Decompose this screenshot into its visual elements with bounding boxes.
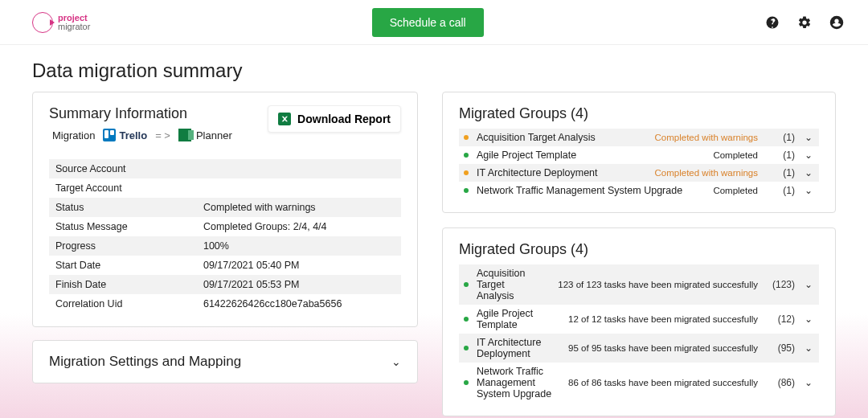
summary-row: Source Account	[49, 159, 401, 178]
summary-key: Start Date	[49, 256, 197, 275]
target-app-label: Planner	[196, 129, 232, 141]
gear-icon[interactable]	[797, 15, 812, 30]
summary-row: Finish Date09/17/2021 05:53 PM	[49, 275, 401, 294]
status-dot-icon	[464, 346, 469, 350]
group-row[interactable]: Agile Project Template12 of 12 tasks hav…	[459, 305, 819, 334]
download-report-label: Download Report	[297, 113, 391, 125]
page-body: Data migration summary Summary Informati…	[0, 45, 868, 416]
group-row[interactable]: Agile Project TemplateCompleted(1)⌄	[459, 146, 819, 164]
brand-logo-icon	[32, 12, 53, 33]
brand-line-2: migrator	[58, 23, 90, 31]
settings-panel[interactable]: Migration Settings and Mapping ⌄	[32, 340, 418, 383]
group-name: Agile Project Template	[477, 150, 698, 161]
target-app-badge: Planner	[178, 129, 232, 141]
brand-line-1: project	[58, 14, 90, 23]
status-dot-icon	[464, 188, 469, 193]
source-app-label: Trello	[119, 129, 147, 141]
status-dot-icon	[464, 135, 469, 140]
chevron-down-icon[interactable]: ⌄	[803, 150, 814, 161]
group-count: (86)	[766, 377, 795, 388]
chevron-down-icon[interactable]: ⌄	[803, 377, 814, 388]
group-status: 86 of 86 tasks have been migrated succes…	[568, 378, 758, 387]
settings-title: Migration Settings and Mapping	[49, 354, 241, 370]
summary-header: Summary Information Migration Trello = >…	[49, 105, 401, 151]
source-app-badge: Trello	[103, 129, 147, 141]
group-name: Acquisition Target Analysis	[477, 268, 543, 301]
columns: Summary Information Migration Trello = >…	[32, 92, 836, 416]
groups-1-list: Acquisition Target AnalysisCompleted wit…	[459, 129, 819, 199]
summary-panel: Summary Information Migration Trello = >…	[32, 92, 418, 327]
summary-key: Finish Date	[49, 275, 197, 294]
group-name: IT Architecture Deployment	[477, 167, 641, 178]
group-name: Network Traffic Management System Upgrad…	[477, 185, 698, 196]
chevron-down-icon[interactable]: ⌄	[803, 279, 814, 290]
migration-label: Migration	[52, 129, 95, 141]
group-row[interactable]: Network Traffic Management System Upgrad…	[459, 182, 819, 199]
group-status: 123 of 123 tasks have been migrated succ…	[558, 280, 758, 289]
groups-panel-1: Migrated Groups (4) Acquisition Target A…	[442, 92, 836, 213]
summary-title: Summary Information	[49, 105, 232, 122]
group-count: (12)	[766, 314, 795, 325]
migration-row: Migration Trello = > Planner	[52, 129, 232, 141]
download-report-button[interactable]: Download Report	[268, 105, 401, 133]
group-row[interactable]: IT Architecture DeploymentCompleted with…	[459, 164, 819, 182]
group-status: Completed with warnings	[655, 168, 758, 178]
summary-row: Progress100%	[49, 236, 401, 256]
header-center: Schedule a call	[90, 8, 765, 37]
summary-key: Source Account	[49, 159, 197, 178]
chevron-down-icon[interactable]: ⌄	[803, 167, 814, 178]
groups-2-list: Acquisition Target Analysis123 of 123 ta…	[459, 264, 819, 403]
page-title: Data migration summary	[32, 59, 836, 82]
help-icon[interactable]	[765, 15, 780, 30]
summary-table: Source AccountTarget AccountStatusComple…	[49, 159, 401, 314]
summary-key: Target Account	[49, 178, 197, 198]
group-count: (1)	[766, 167, 795, 178]
group-row[interactable]: Network Traffic Management System Upgrad…	[459, 363, 819, 403]
brand-logo[interactable]: project migrator	[32, 12, 90, 33]
status-dot-icon	[464, 170, 469, 175]
chevron-down-icon[interactable]: ⌄	[803, 132, 814, 143]
summary-key: Status Message	[49, 217, 197, 236]
group-row[interactable]: IT Architecture Deployment95 of 95 tasks…	[459, 334, 819, 363]
group-row[interactable]: Acquisition Target Analysis123 of 123 ta…	[459, 264, 819, 305]
groups-panel-1-title: Migrated Groups (4)	[459, 105, 819, 122]
group-count: (95)	[766, 342, 795, 354]
summary-key: Status	[49, 198, 197, 217]
summary-row: Status MessageCompleted Groups: 2/4, 4/4	[49, 217, 401, 236]
groups-panel-2: Migrated Groups (4) Acquisition Target A…	[442, 227, 836, 416]
summary-value: 09/17/2021 05:53 PM	[197, 275, 401, 294]
user-icon[interactable]	[829, 15, 844, 30]
right-column: Migrated Groups (4) Acquisition Target A…	[442, 92, 836, 416]
trello-icon	[103, 129, 116, 141]
summary-value: Completed with warnings	[197, 198, 401, 217]
summary-value: 61422626426cc180e7aba5656	[197, 294, 401, 314]
status-dot-icon	[464, 282, 469, 287]
left-column: Summary Information Migration Trello = >…	[32, 92, 418, 416]
schedule-call-button[interactable]: Schedule a call	[372, 8, 484, 37]
status-dot-icon	[464, 153, 469, 158]
group-count: (1)	[766, 150, 795, 161]
brand-logo-text: project migrator	[58, 14, 90, 31]
group-name: Network Traffic Management System Upgrad…	[477, 366, 554, 400]
chevron-down-icon: ⌄	[391, 355, 401, 368]
group-row[interactable]: Acquisition Target AnalysisCompleted wit…	[459, 129, 819, 146]
summary-value: 100%	[197, 236, 401, 256]
summary-value	[197, 178, 401, 198]
group-status: 12 of 12 tasks have been migrated succes…	[568, 314, 758, 324]
arrow-icon: = >	[155, 129, 170, 141]
group-count: (123)	[766, 279, 795, 290]
group-status: Completed	[713, 150, 758, 160]
groups-panel-2-title: Migrated Groups (4)	[459, 241, 819, 258]
chevron-down-icon[interactable]: ⌄	[803, 342, 814, 354]
chevron-down-icon[interactable]: ⌄	[803, 185, 814, 196]
status-dot-icon	[464, 317, 469, 322]
group-name: IT Architecture Deployment	[477, 337, 554, 359]
summary-row: Correlation Uid61422626426cc180e7aba5656	[49, 294, 401, 314]
summary-key: Correlation Uid	[49, 294, 197, 314]
group-count: (1)	[766, 132, 795, 143]
header-actions	[765, 15, 844, 30]
status-dot-icon	[464, 380, 469, 385]
summary-row: Start Date09/17/2021 05:40 PM	[49, 256, 401, 275]
chevron-down-icon[interactable]: ⌄	[803, 314, 814, 325]
summary-key: Progress	[49, 236, 197, 256]
